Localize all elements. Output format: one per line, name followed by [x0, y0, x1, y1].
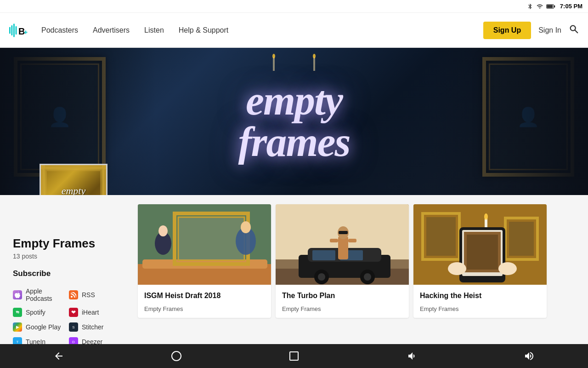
main-content: Empty Frames 13 posts Subscribe Apple Po… — [0, 195, 588, 358]
svg-point-32 — [241, 221, 251, 233]
svg-point-62 — [498, 262, 517, 275]
svg-point-18 — [102, 165, 106, 170]
nav-actions: Sign Up Sign In — [483, 22, 579, 39]
signup-button[interactable]: Sign Up — [483, 22, 531, 39]
svg-text:+: + — [24, 29, 28, 36]
subscribe-rss[interactable]: RSS — [69, 288, 125, 302]
svg-rect-28 — [178, 217, 244, 260]
svg-rect-60 — [467, 235, 498, 270]
stitcher-icon: S — [69, 322, 78, 332]
svg-point-14 — [313, 54, 316, 58]
apple-icon — [13, 290, 22, 299]
svg-rect-44 — [338, 236, 348, 259]
subscribe-row-1: Apple Podcasts RSS — [13, 285, 125, 305]
subscribe-row-2: Spotify ❤ iHeart — [13, 305, 125, 320]
volume-up-button[interactable] — [515, 347, 543, 365]
home-button[interactable] — [163, 347, 190, 365]
subscribe-stitcher[interactable]: S Stitcher — [69, 320, 125, 334]
rss-label: RSS — [82, 291, 95, 299]
nav-podcasters[interactable]: Podcasters — [41, 26, 78, 34]
episode-title-3: Hacking the Heist — [420, 291, 540, 301]
svg-rect-11 — [273, 57, 275, 71]
episode-card-3[interactable]: Hacking the Heist Empty Frames — [413, 204, 547, 318]
svg-rect-2 — [547, 5, 553, 8]
svg-rect-4 — [11, 25, 13, 35]
podcast-posts: 13 posts — [13, 253, 125, 260]
svg-point-61 — [448, 262, 466, 275]
episode-title-2: The Turbo Plan — [282, 291, 402, 301]
svg-rect-47 — [330, 239, 338, 242]
svg-point-12 — [272, 54, 275, 58]
episode-card-1[interactable]: ISGM Heist Draft 2018 Empty Frames — [138, 204, 271, 318]
svg-line-10 — [575, 30, 578, 33]
svg-rect-6 — [16, 26, 17, 34]
candle-right-icon — [312, 52, 316, 71]
status-time: 7:05 PM — [560, 3, 582, 10]
svg-rect-46 — [339, 231, 348, 234]
episode-info-1: ISGM Heist Draft 2018 Empty Frames — [138, 285, 271, 318]
subscribe-list: Apple Podcasts RSS Spotify — [13, 285, 125, 349]
podcast-title: Empty Frames — [13, 236, 125, 251]
subscribe-iheart[interactable]: ❤ iHeart — [69, 305, 125, 320]
podcast-art-text: emptyframes — [60, 184, 87, 195]
hero-title: emptyframes — [238, 80, 350, 163]
nav-listen[interactable]: Listen — [144, 26, 164, 34]
svg-point-21 — [71, 296, 73, 298]
subscribe-apple-podcasts[interactable]: Apple Podcasts — [13, 285, 69, 305]
recents-button[interactable] — [280, 347, 308, 365]
volume-down-button[interactable] — [398, 347, 425, 365]
status-icons: 7:05 PM — [527, 3, 582, 10]
battery-icon — [546, 4, 555, 9]
back-button[interactable] — [45, 347, 73, 365]
subscribe-spotify[interactable]: Spotify — [13, 305, 69, 320]
episode-thumb-3 — [413, 204, 547, 285]
status-bar: 7:05 PM — [0, 0, 588, 13]
episode-title-1: ISGM Heist Draft 2018 — [144, 291, 265, 301]
navbar: B + Podcasters Advertisers Listen Help &… — [0, 13, 588, 48]
apple-podcasts-label: Apple Podcasts — [26, 288, 69, 302]
bluetooth-icon — [527, 3, 533, 10]
svg-rect-13 — [313, 57, 315, 71]
nav-advertisers[interactable]: Advertisers — [93, 26, 130, 34]
svg-point-41 — [318, 273, 325, 281]
svg-point-43 — [364, 273, 371, 281]
nav-links: Podcasters Advertisers Listen Help & Sup… — [41, 26, 483, 34]
svg-rect-52 — [426, 217, 456, 256]
iheart-icon: ❤ — [69, 308, 78, 317]
svg-point-56 — [484, 213, 488, 220]
google-play-label: Google Play — [26, 323, 61, 331]
svg-rect-5 — [13, 23, 15, 37]
audioboom-logo[interactable]: B + — [9, 21, 28, 40]
svg-rect-48 — [348, 239, 356, 242]
spotify-icon — [13, 308, 22, 317]
episode-podcast-3: Empty Frames — [420, 305, 540, 312]
iheart-label: iHeart — [82, 309, 99, 316]
podcast-art[interactable]: emptyframes AUDIOBOOM — [40, 164, 107, 195]
episodes-grid: ISGM Heist Draft 2018 Empty Frames — [138, 195, 588, 358]
nav-help-support[interactable]: Help & Support — [179, 26, 229, 34]
rss-icon — [69, 290, 78, 299]
stitcher-label: Stitcher — [82, 323, 103, 331]
svg-rect-38 — [312, 250, 335, 260]
candle-left-icon — [272, 52, 276, 71]
svg-rect-3 — [9, 27, 11, 34]
svg-point-22 — [15, 310, 20, 315]
episode-info-3: Hacking the Heist Empty Frames — [413, 285, 547, 318]
svg-point-30 — [158, 225, 168, 236]
svg-point-17 — [41, 165, 45, 170]
logo-area[interactable]: B + — [9, 21, 28, 40]
svg-point-63 — [172, 351, 181, 361]
episode-card-2[interactable]: The Turbo Plan Empty Frames — [276, 204, 409, 318]
svg-rect-54 — [509, 222, 534, 256]
search-icon[interactable] — [569, 24, 579, 36]
bottom-nav — [0, 344, 588, 368]
spotify-label: Spotify — [26, 309, 45, 316]
svg-rect-1 — [554, 5, 555, 7]
svg-rect-64 — [290, 352, 298, 360]
subscribe-google-play[interactable]: ▶ Google Play — [13, 320, 69, 334]
subscribe-label: Subscribe — [13, 269, 125, 278]
signin-link[interactable]: Sign In — [538, 26, 561, 34]
subscribe-row-3: ▶ Google Play S Stitcher — [13, 320, 125, 334]
episode-thumb-1 — [138, 204, 271, 285]
episode-podcast-2: Empty Frames — [282, 305, 402, 312]
